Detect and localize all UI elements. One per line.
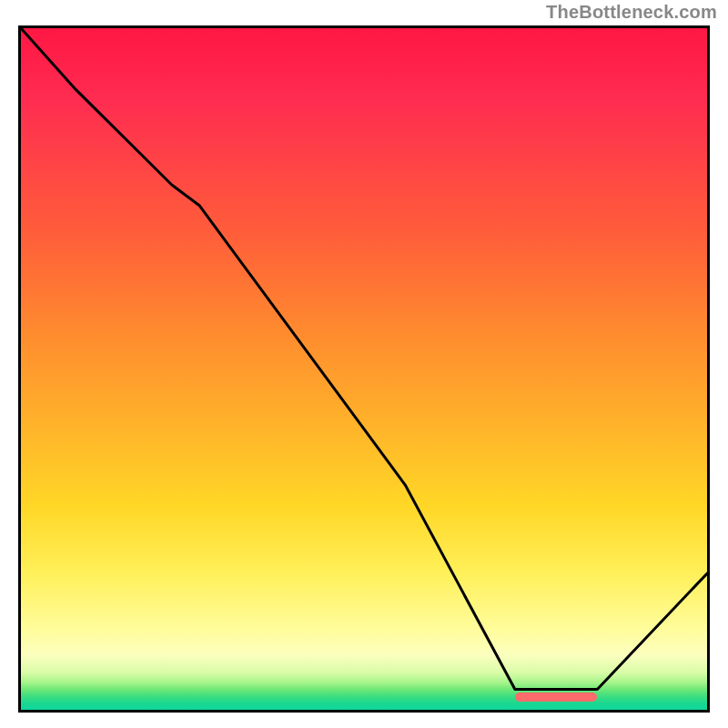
watermark-text: TheBottleneck.com — [546, 2, 717, 23]
curve-svg — [21, 28, 707, 710]
plot-area — [18, 25, 710, 713]
optimal-range-marker — [515, 693, 597, 702]
chart-container: TheBottleneck.com — [0, 0, 728, 728]
bottleneck-curve — [21, 28, 707, 690]
